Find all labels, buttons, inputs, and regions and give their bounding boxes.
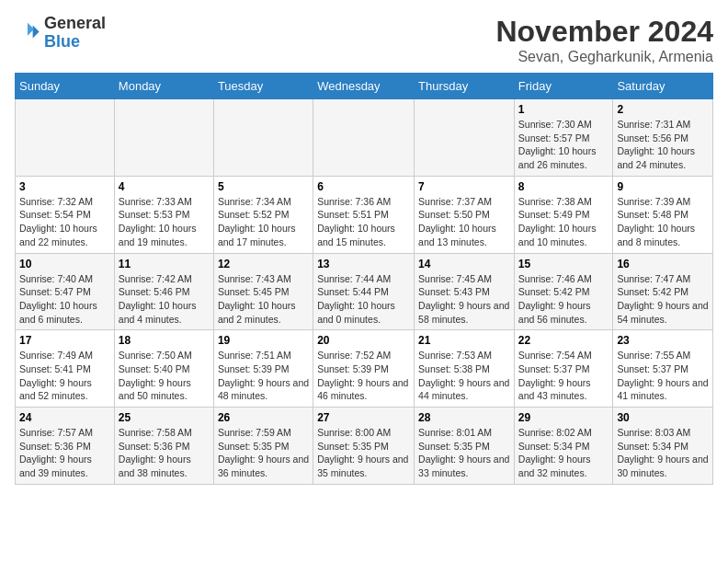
week-row-1: 1Sunrise: 7:30 AMSunset: 5:57 PMDaylight… bbox=[16, 99, 713, 177]
day-number: 16 bbox=[617, 258, 709, 270]
day-cell: 1Sunrise: 7:30 AMSunset: 5:57 PMDaylight… bbox=[514, 99, 613, 177]
day-info: Sunrise: 7:39 AMSunset: 5:48 PMDaylight:… bbox=[617, 195, 709, 249]
day-cell: 20Sunrise: 7:52 AMSunset: 5:39 PMDayligh… bbox=[313, 330, 415, 408]
day-cell: 28Sunrise: 8:01 AMSunset: 5:35 PMDayligh… bbox=[415, 408, 515, 485]
day-cell bbox=[213, 99, 313, 177]
day-cell: 22Sunrise: 7:54 AMSunset: 5:37 PMDayligh… bbox=[514, 330, 613, 408]
day-info: Sunrise: 7:59 AMSunset: 5:35 PMDaylight:… bbox=[218, 426, 309, 480]
day-number: 18 bbox=[119, 334, 210, 347]
day-info: Sunrise: 7:55 AMSunset: 5:37 PMDaylight:… bbox=[617, 349, 709, 403]
day-number: 14 bbox=[418, 258, 510, 270]
day-number: 15 bbox=[518, 258, 609, 270]
day-info: Sunrise: 7:47 AMSunset: 5:42 PMDaylight:… bbox=[617, 272, 709, 327]
day-info: Sunrise: 7:32 AMSunset: 5:54 PMDaylight:… bbox=[19, 195, 110, 249]
svg-marker-0 bbox=[33, 25, 40, 38]
day-info: Sunrise: 7:36 AMSunset: 5:51 PMDaylight:… bbox=[317, 195, 410, 249]
day-info: Sunrise: 7:51 AMSunset: 5:39 PMDaylight:… bbox=[218, 349, 309, 403]
day-header-sunday: Sunday bbox=[16, 74, 115, 99]
day-cell: 15Sunrise: 7:46 AMSunset: 5:42 PMDayligh… bbox=[514, 253, 613, 330]
day-cell bbox=[313, 99, 415, 177]
day-header-monday: Monday bbox=[114, 74, 213, 99]
day-cell: 21Sunrise: 7:53 AMSunset: 5:38 PMDayligh… bbox=[415, 330, 515, 408]
week-row-3: 10Sunrise: 7:40 AMSunset: 5:47 PMDayligh… bbox=[16, 253, 713, 330]
day-cell: 4Sunrise: 7:33 AMSunset: 5:53 PMDaylight… bbox=[114, 176, 213, 253]
day-info: Sunrise: 7:33 AMSunset: 5:53 PMDaylight:… bbox=[119, 195, 210, 249]
day-info: Sunrise: 7:45 AMSunset: 5:43 PMDaylight:… bbox=[418, 272, 510, 327]
day-info: Sunrise: 7:52 AMSunset: 5:39 PMDaylight:… bbox=[317, 349, 410, 403]
day-info: Sunrise: 7:31 AMSunset: 5:56 PMDaylight:… bbox=[617, 118, 709, 172]
calendar-table: SundayMondayTuesdayWednesdayThursdayFrid… bbox=[15, 73, 713, 485]
day-number: 24 bbox=[19, 411, 110, 424]
day-header-friday: Friday bbox=[514, 74, 613, 99]
day-info: Sunrise: 7:38 AMSunset: 5:49 PMDaylight:… bbox=[518, 195, 609, 249]
month-title: November 2024 bbox=[495, 15, 713, 49]
day-header-wednesday: Wednesday bbox=[313, 74, 415, 99]
day-number: 17 bbox=[19, 334, 110, 347]
day-number: 11 bbox=[119, 258, 210, 270]
day-info: Sunrise: 8:02 AMSunset: 5:34 PMDaylight:… bbox=[518, 426, 609, 480]
week-row-4: 17Sunrise: 7:49 AMSunset: 5:41 PMDayligh… bbox=[16, 330, 713, 408]
day-info: Sunrise: 7:57 AMSunset: 5:36 PMDaylight:… bbox=[19, 426, 110, 480]
day-cell: 17Sunrise: 7:49 AMSunset: 5:41 PMDayligh… bbox=[16, 330, 115, 408]
day-cell bbox=[16, 99, 115, 177]
logo-general: General bbox=[44, 14, 106, 32]
day-cell: 3Sunrise: 7:32 AMSunset: 5:54 PMDaylight… bbox=[16, 176, 115, 253]
week-row-2: 3Sunrise: 7:32 AMSunset: 5:54 PMDaylight… bbox=[16, 176, 713, 253]
day-number: 8 bbox=[518, 180, 609, 193]
day-info: Sunrise: 8:03 AMSunset: 5:34 PMDaylight:… bbox=[617, 426, 709, 480]
day-number: 13 bbox=[317, 258, 410, 270]
day-info: Sunrise: 7:40 AMSunset: 5:47 PMDaylight:… bbox=[19, 272, 110, 327]
location: Sevan, Gegharkunik, Armenia bbox=[495, 49, 713, 65]
day-number: 3 bbox=[19, 180, 110, 193]
day-info: Sunrise: 7:34 AMSunset: 5:52 PMDaylight:… bbox=[218, 195, 309, 249]
day-number: 9 bbox=[617, 180, 709, 193]
day-number: 20 bbox=[317, 334, 410, 347]
day-number: 23 bbox=[617, 334, 709, 347]
day-number: 2 bbox=[617, 103, 709, 116]
day-cell: 19Sunrise: 7:51 AMSunset: 5:39 PMDayligh… bbox=[213, 330, 313, 408]
day-info: Sunrise: 7:30 AMSunset: 5:57 PMDaylight:… bbox=[518, 118, 609, 172]
day-header-tuesday: Tuesday bbox=[213, 74, 313, 99]
day-number: 22 bbox=[518, 334, 609, 347]
day-info: Sunrise: 7:43 AMSunset: 5:45 PMDaylight:… bbox=[218, 272, 309, 327]
day-cell: 9Sunrise: 7:39 AMSunset: 5:48 PMDaylight… bbox=[613, 176, 713, 253]
day-number: 27 bbox=[317, 411, 410, 424]
day-header-thursday: Thursday bbox=[415, 74, 515, 99]
day-cell: 12Sunrise: 7:43 AMSunset: 5:45 PMDayligh… bbox=[213, 253, 313, 330]
day-cell: 11Sunrise: 7:42 AMSunset: 5:46 PMDayligh… bbox=[114, 253, 213, 330]
day-number: 29 bbox=[518, 411, 609, 424]
day-cell: 24Sunrise: 7:57 AMSunset: 5:36 PMDayligh… bbox=[16, 408, 115, 485]
day-cell: 2Sunrise: 7:31 AMSunset: 5:56 PMDaylight… bbox=[613, 99, 713, 177]
day-cell: 6Sunrise: 7:36 AMSunset: 5:51 PMDaylight… bbox=[313, 176, 415, 253]
day-cell: 18Sunrise: 7:50 AMSunset: 5:40 PMDayligh… bbox=[114, 330, 213, 408]
day-number: 7 bbox=[418, 180, 510, 193]
day-number: 26 bbox=[218, 411, 309, 424]
day-cell bbox=[415, 99, 515, 177]
day-cell: 29Sunrise: 8:02 AMSunset: 5:34 PMDayligh… bbox=[514, 408, 613, 485]
day-cell: 5Sunrise: 7:34 AMSunset: 5:52 PMDaylight… bbox=[213, 176, 313, 253]
day-number: 30 bbox=[617, 411, 709, 424]
day-cell bbox=[114, 99, 213, 177]
day-cell: 7Sunrise: 7:37 AMSunset: 5:50 PMDaylight… bbox=[415, 176, 515, 253]
day-info: Sunrise: 7:54 AMSunset: 5:37 PMDaylight:… bbox=[518, 349, 609, 403]
day-number: 4 bbox=[119, 180, 210, 193]
day-number: 12 bbox=[218, 258, 309, 270]
day-cell: 25Sunrise: 7:58 AMSunset: 5:36 PMDayligh… bbox=[114, 408, 213, 485]
day-cell: 26Sunrise: 7:59 AMSunset: 5:35 PMDayligh… bbox=[213, 408, 313, 485]
day-number: 28 bbox=[418, 411, 510, 424]
day-cell: 10Sunrise: 7:40 AMSunset: 5:47 PMDayligh… bbox=[16, 253, 115, 330]
day-info: Sunrise: 7:53 AMSunset: 5:38 PMDaylight:… bbox=[418, 349, 510, 403]
day-info: Sunrise: 7:46 AMSunset: 5:42 PMDaylight:… bbox=[518, 272, 609, 327]
day-cell: 30Sunrise: 8:03 AMSunset: 5:34 PMDayligh… bbox=[613, 408, 713, 485]
day-number: 25 bbox=[119, 411, 210, 424]
header-row: SundayMondayTuesdayWednesdayThursdayFrid… bbox=[16, 74, 713, 99]
day-cell: 27Sunrise: 8:00 AMSunset: 5:35 PMDayligh… bbox=[313, 408, 415, 485]
day-info: Sunrise: 7:37 AMSunset: 5:50 PMDaylight:… bbox=[418, 195, 510, 249]
day-number: 19 bbox=[218, 334, 309, 347]
day-header-saturday: Saturday bbox=[613, 74, 713, 99]
title-area: November 2024 Sevan, Gegharkunik, Armeni… bbox=[495, 15, 713, 65]
logo-blue: Blue bbox=[44, 32, 80, 51]
day-cell: 14Sunrise: 7:45 AMSunset: 5:43 PMDayligh… bbox=[415, 253, 515, 330]
logo-text: General Blue bbox=[44, 15, 106, 52]
day-cell: 13Sunrise: 7:44 AMSunset: 5:44 PMDayligh… bbox=[313, 253, 415, 330]
